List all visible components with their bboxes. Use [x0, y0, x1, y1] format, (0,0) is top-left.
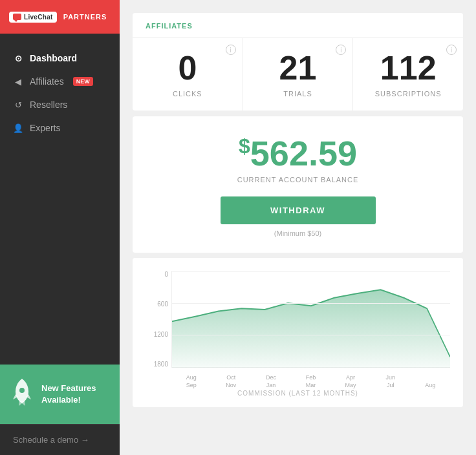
clicks-info-icon[interactable]: i	[226, 45, 236, 55]
chart-y-labels: 1800 1200 600 0	[146, 271, 168, 368]
x-label-feb-mar: FebMar	[291, 374, 331, 389]
clicks-value: 0	[146, 51, 230, 85]
partners-label: PARTNERS	[63, 13, 107, 21]
trials-stat: i 21 TRIALS	[243, 38, 354, 111]
subscriptions-stat: i 112 SUBSCRIPTIONS	[353, 38, 463, 111]
svg-point-0	[19, 388, 25, 393]
rocket-svg	[10, 377, 34, 407]
x-label-aug-sep: AugSep	[171, 374, 211, 389]
sidebar-item-resellers[interactable]: ↺ Resellers	[0, 93, 120, 116]
trials-value: 21	[256, 51, 340, 85]
clicks-stat: i 0 CLICKS	[133, 38, 243, 111]
sidebar-item-experts-label: Experts	[30, 123, 60, 133]
y-label-600: 600	[146, 301, 168, 308]
sidebar-item-experts[interactable]: 👤 Experts	[0, 116, 120, 140]
x-label-oct-nov: OctNov	[211, 374, 252, 389]
sidebar-item-dashboard[interactable]: ⊙ Dashboard	[0, 47, 120, 70]
sidebar: LiveChat PARTNERS ⊙ Dashboard ◀ Affiliat…	[0, 0, 120, 455]
balance-value: 562.59	[250, 134, 357, 173]
subscriptions-label: SUBSCRIPTIONS	[366, 90, 450, 98]
svg-marker-1	[172, 290, 450, 368]
clicks-label: CLICKS	[146, 90, 230, 98]
promo-text: New Features Available!	[41, 383, 109, 406]
sidebar-item-dashboard-label: Dashboard	[30, 53, 77, 63]
affiliates-icon: ◀	[13, 77, 23, 87]
affiliates-new-badge: NEW	[73, 77, 93, 86]
gridline-1200	[172, 303, 450, 304]
affiliates-section-title: AFFILIATES	[133, 13, 463, 30]
main-content: AFFILIATES i 0 CLICKS i 21 TRIALS i 112 …	[120, 0, 476, 455]
commission-chart	[172, 271, 450, 368]
logo-text: LiveChat	[24, 14, 53, 21]
sidebar-nav: ⊙ Dashboard ◀ Affiliates NEW ↺ Resellers…	[0, 34, 120, 365]
x-label-aug: Aug	[410, 374, 450, 389]
x-label-dec-jan: DecJan	[251, 374, 291, 389]
trials-info-icon[interactable]: i	[336, 45, 346, 55]
livechat-logo: LiveChat	[9, 12, 57, 23]
subscriptions-value: 112	[366, 51, 450, 85]
gridline-1800	[172, 271, 450, 272]
balance-section: $562.59 CURRENT ACCOUNT BALANCE WITHDRAW…	[133, 116, 463, 253]
y-label-0: 0	[146, 271, 168, 278]
chat-bubble-icon	[13, 14, 21, 20]
y-label-1800: 1800	[146, 361, 168, 368]
x-label-jun-jul: JunJul	[371, 374, 411, 389]
minimum-text: (Minimum $50)	[146, 229, 450, 237]
chart-area	[171, 271, 450, 368]
resellers-icon: ↺	[13, 100, 23, 110]
chart-container: 1800 1200 600 0	[146, 271, 450, 387]
chart-section: 1800 1200 600 0	[133, 258, 463, 407]
balance-label: CURRENT ACCOUNT BALANCE	[146, 176, 450, 184]
trials-label: TRIALS	[256, 90, 340, 98]
promo-box[interactable]: New Features Available!	[0, 365, 120, 424]
y-label-1200: 1200	[146, 331, 168, 338]
experts-icon: 👤	[13, 123, 23, 133]
schedule-demo-link[interactable]: Schedule a demo →	[0, 424, 120, 455]
sidebar-item-resellers-label: Resellers	[30, 100, 67, 110]
sidebar-header: LiveChat PARTNERS	[0, 0, 120, 34]
subscriptions-info-icon[interactable]: i	[446, 45, 457, 55]
chart-title: COMMISSION (LAST 12 MONTHS)	[146, 390, 450, 397]
sidebar-item-affiliates-label: Affiliates	[30, 76, 64, 87]
rocket-icon	[10, 377, 34, 411]
stats-row: i 0 CLICKS i 21 TRIALS i 112 SUBSCRIPTIO…	[133, 37, 463, 111]
chart-x-labels: AugSep OctNov DecJan FebMar AprMay JunJu…	[171, 374, 450, 389]
withdraw-button[interactable]: WITHDRAW	[221, 196, 376, 224]
dashboard-icon: ⊙	[13, 54, 23, 63]
x-label-apr-may: AprMay	[330, 374, 371, 389]
balance-amount: $562.59	[146, 136, 450, 171]
gridline-600	[172, 335, 450, 335]
currency-symbol: $	[239, 134, 250, 158]
sidebar-item-affiliates[interactable]: ◀ Affiliates NEW	[0, 70, 120, 93]
affiliates-card: AFFILIATES i 0 CLICKS i 21 TRIALS i 112 …	[133, 13, 463, 111]
